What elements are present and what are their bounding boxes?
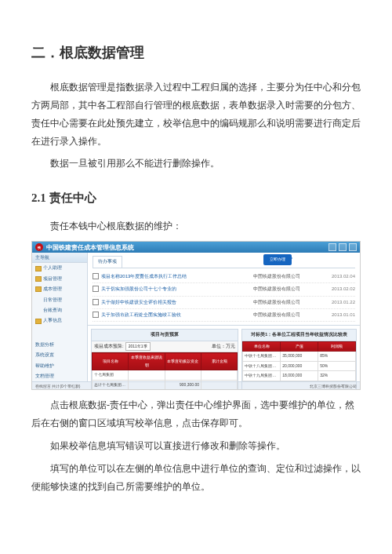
compare-panel-title: 对标类1：各单位工程项目当年收益情况比较表 xyxy=(242,330,356,341)
budget-panel-title: 项目与责预算 xyxy=(92,330,238,341)
cell: 85% xyxy=(318,352,356,362)
notice-list: 立即办理 待办事项 项目名称2013年度责任成本执行工作总结 中国铁建股份有限公… xyxy=(88,253,360,326)
para-sub-1: 责任本钱中心根底数据的维护： xyxy=(31,217,361,235)
sidebar: 主导航 个人助理 项目管理 成本管理 日常管理 台账查询 人事信息 数据分析 系… xyxy=(32,253,88,381)
sidebar-item[interactable]: 人事信息 xyxy=(32,315,87,326)
project-label: 项目成本预算: xyxy=(94,342,124,351)
cell xyxy=(201,370,238,381)
list-item-date: 2013.02.04 xyxy=(324,272,355,281)
cell: 中铁十九局集团有限公司 xyxy=(243,371,281,381)
list-item[interactable]: 关于做好中铁建设安全评价相关报告 中国铁建股份有限公司 2013.01.22 xyxy=(93,297,355,309)
cell: 十七局集团 xyxy=(93,370,129,381)
folder-icon xyxy=(35,286,42,292)
sidebar-sub-item[interactable]: 台账查询 xyxy=(32,305,87,315)
th: 项目名称 xyxy=(93,353,129,370)
cell xyxy=(165,370,201,381)
action-now-button[interactable]: 立即办理 xyxy=(263,254,292,265)
cell: 总计十七局集团一工程项目有限公司 xyxy=(93,380,129,390)
list-item-title: 关于加强市政工程处全面实施竣工验收 xyxy=(101,311,253,319)
sidebar-sub-item[interactable]: 日常管理 xyxy=(32,295,87,305)
app-logo-icon: 铁 xyxy=(35,243,43,251)
footer-right: 北京三博科技股份有限公司 xyxy=(310,383,357,391)
th: 本季度收益来源说明 xyxy=(129,353,165,370)
checkbox[interactable] xyxy=(93,273,99,279)
cell: 32% xyxy=(318,371,356,381)
list-item-title: 关于做好中铁建设安全评价相关报告 xyxy=(101,298,253,307)
th: 单位名称 xyxy=(243,341,281,352)
list-item-company: 中国铁建股份有限公司 xyxy=(253,298,324,307)
list-item[interactable]: 关于加强市政工程处全面实施竣工验收 中国铁建股份有限公司 2013.01.01 xyxy=(93,309,355,322)
list-item-date: 2013.02.02 xyxy=(324,285,355,293)
table-row[interactable]: 总计十七局集团一工程项目有限公司 900,300.00 xyxy=(93,380,238,390)
list-item-company: 中国铁建股份有限公司 xyxy=(253,285,324,293)
checkbox[interactable] xyxy=(93,299,99,305)
sidebar-item[interactable]: 成本管理 xyxy=(32,284,87,294)
app-header: 铁 中国铁建责任成本管理信息系统 xyxy=(32,242,360,253)
checkbox[interactable] xyxy=(93,312,99,318)
app-title: 中国铁建责任成本管理信息系统 xyxy=(46,242,134,253)
sidebar-item-label: 成本管理 xyxy=(43,285,62,293)
header-settings-icon[interactable] xyxy=(349,243,357,251)
table-row[interactable]: 中铁十八局集团有限公司 20,000,000 50% xyxy=(243,361,356,371)
list-item-date: 2013.01.01 xyxy=(324,311,355,319)
header-home-icon[interactable] xyxy=(328,243,336,251)
cell: 50% xyxy=(318,361,356,371)
cell: 中铁十八局集团有限公司 xyxy=(243,361,281,371)
heading-2: 2.1 责任中心 xyxy=(31,187,361,210)
para-after-2: 如果校举信息填写错误可以直接进行修改和删除等操作。 xyxy=(31,437,361,455)
project-select[interactable]: 2011年1季 xyxy=(125,342,151,352)
table-row[interactable]: 中铁十九局集团有限公司 18,000,000 32% xyxy=(243,371,356,381)
folder-icon xyxy=(35,319,42,324)
para-intro-1: 根底数据管理是指数据录入过程中工程归属的选择，主要分为任中心和分包方两局部，其中… xyxy=(31,78,361,150)
sidebar-header: 主导航 xyxy=(32,253,87,263)
sidebar-item-label: 个人助理 xyxy=(43,264,62,272)
list-item-company: 中国铁建股份有限公司 xyxy=(253,311,324,319)
list-item-company: 中国铁建股份有限公司 xyxy=(253,272,324,281)
sidebar-item-label: 日常管理 xyxy=(43,296,62,304)
sidebar-item[interactable]: 个人助理 xyxy=(32,263,87,273)
unit-label: 单位：万元 xyxy=(212,342,235,351)
para-after-1: 点击根底数据-责任中心，弹出责任中心维护界面，选中要维护的单位，然后在右侧的窗口… xyxy=(31,396,361,432)
project-select-bar: 项目成本预算: 2011年1季 单位：万元 xyxy=(92,341,238,353)
folder-icon xyxy=(35,276,42,282)
app-screenshot: 铁 中国铁建责任成本管理信息系统 主导航 个人助理 项目管理 成本管理 日常管理… xyxy=(31,241,361,390)
sidebar-item[interactable]: 文档管理 xyxy=(32,371,87,381)
para-after-3: 填写的单位可以在左侧的单位信息中进行单位的查询、定位和过滤操作，以便能够快速的找… xyxy=(31,460,361,496)
list-item-date: 2013.01.22 xyxy=(324,298,355,307)
cell: 20,000,000 xyxy=(281,361,318,371)
checkbox[interactable] xyxy=(93,286,99,292)
cell: 900,300.00 xyxy=(165,380,201,390)
main-content: 立即办理 待办事项 项目名称2013年度责任成本执行工作总结 中国铁建股份有限公… xyxy=(88,253,360,381)
sidebar-item[interactable]: 系统设置 xyxy=(32,350,87,360)
cell: 35,000,000 xyxy=(281,352,318,362)
sidebar-item[interactable]: 项目管理 xyxy=(32,274,87,284)
cell: 中铁十七局集团有限公司 xyxy=(243,352,281,362)
list-item-title: 关于切实加强股份公司十七个专业的 xyxy=(101,285,253,293)
budget-table: 项目名称 本季度收益来源说明 本季度初拨款资金 累计金额 十七局集团 xyxy=(92,352,238,390)
compare-panel: 对标类1：各单位工程项目当年收益情况比较表 单位名称 产值 利润额 中铁十七局集… xyxy=(241,329,357,390)
header-comment-icon[interactable] xyxy=(339,243,347,251)
list-item[interactable]: 关于切实加强股份公司十七个专业的 中国铁建股份有限公司 2013.02.02 xyxy=(93,283,355,296)
th: 本季度初拨款资金 xyxy=(165,353,201,370)
sidebar-item[interactable]: 数据分析 xyxy=(32,340,87,350)
footer-left: 在线留言 共计(0个带红新) xyxy=(35,383,81,391)
th: 利润额 xyxy=(318,341,356,352)
th: 累计金额 xyxy=(201,353,238,370)
list-item-title: 项目名称2013年度责任成本执行工作总结 xyxy=(101,272,253,281)
tab-row: 待办事项 xyxy=(93,256,355,268)
table-row[interactable]: 十七局集团 xyxy=(93,370,238,381)
folder-icon xyxy=(35,266,42,272)
list-item[interactable]: 项目名称2013年度责任成本执行工作总结 中国铁建股份有限公司 2013.02.… xyxy=(93,271,355,283)
cell xyxy=(129,380,165,390)
sidebar-item-label: 项目管理 xyxy=(43,275,62,283)
th: 产值 xyxy=(281,341,318,352)
para-intro-2: 数据一旦被引用那么不能进行删除操作。 xyxy=(31,155,361,173)
cell: 18,000,000 xyxy=(281,371,318,381)
table-row[interactable]: 中铁十七局集团有限公司 35,000,000 85% xyxy=(243,352,356,362)
heading-1: 二．根底数据管理 xyxy=(31,39,361,66)
sidebar-item-label: 人事信息 xyxy=(43,316,62,325)
tab-pending[interactable]: 待办事项 xyxy=(93,256,122,267)
budget-panel: 项目与责预算 项目成本预算: 2011年1季 单位：万元 项目名称 本季度收益来… xyxy=(91,329,238,390)
cell xyxy=(129,370,165,381)
sidebar-item[interactable]: 帮助维护 xyxy=(32,361,87,371)
